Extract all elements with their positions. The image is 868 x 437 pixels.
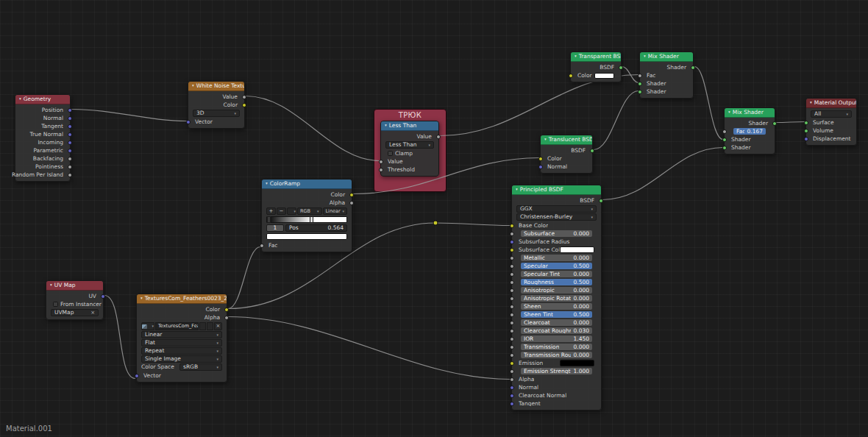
input-socket[interactable] [510, 394, 514, 398]
color-swatch[interactable] [560, 360, 594, 366]
output-socket[interactable] [68, 124, 72, 129]
input-socket[interactable] [260, 244, 264, 248]
input-socket[interactable] [379, 160, 383, 164]
input-widget[interactable]: Alpha [516, 376, 597, 383]
input-widget[interactable]: Roughness 0.500 [521, 279, 592, 285]
output-socket[interactable] [68, 141, 72, 145]
input-widget[interactable]: Transmission Roughness 0.000 [521, 352, 592, 358]
uvmap-dropdown[interactable]: UVMap × [51, 309, 99, 316]
interpolation-dropdown[interactable]: Linear ▾ [141, 331, 222, 338]
distribution-dropdown[interactable]: GGX ▾ [516, 205, 597, 213]
input-widget[interactable]: Specular 0.500 [521, 263, 592, 269]
input-socket[interactable] [379, 168, 383, 172]
input-widget[interactable]: IOR 1.450 [521, 335, 592, 342]
input-widget[interactable]: Specular Tint 0.000 [521, 271, 592, 277]
stop-position-slider[interactable]: Pos 0.564 [285, 224, 347, 232]
output-socket[interactable] [436, 135, 441, 139]
input-socket[interactable] [510, 402, 514, 406]
input-socket[interactable] [135, 374, 139, 378]
clear-uvmap-button[interactable]: × [90, 310, 95, 316]
node-header[interactable]: ▾ Transparent BSDF [571, 52, 621, 62]
color-swatch[interactable] [594, 73, 614, 79]
input-socket[interactable] [510, 329, 514, 333]
dimensions-dropdown[interactable]: 3D ▾ [193, 110, 240, 117]
input-socket[interactable] [510, 361, 514, 366]
input-socket[interactable] [510, 386, 514, 390]
browse-image-button[interactable]: ▾ [141, 322, 154, 330]
collapse-icon[interactable]: ▾ [728, 110, 730, 115]
stop-color-swatch[interactable] [266, 233, 347, 240]
output-socket[interactable] [224, 308, 229, 312]
input-socket[interactable] [569, 74, 573, 78]
image-name-field[interactable]: TexturesCom_Fea... [155, 322, 199, 330]
ramp-stop-marker-active[interactable] [310, 216, 313, 223]
node-principled-bsdf[interactable]: ▾ Principled BSDF BSDF GGX ▾ Christensen… [511, 185, 602, 411]
node-header[interactable]: ▾ Mix Shader [640, 52, 693, 62]
input-socket[interactable] [510, 353, 514, 358]
fac-slider[interactable]: Fac 0.167 [733, 128, 766, 135]
output-socket[interactable] [619, 65, 623, 70]
target-dropdown[interactable]: All ▾ [811, 110, 852, 118]
output-socket[interactable] [68, 157, 72, 161]
input-socket[interactable] [510, 256, 514, 260]
collapse-icon[interactable]: ▾ [19, 97, 21, 102]
input-widget[interactable]: Clearcoat 0.000 [521, 319, 592, 326]
output-socket[interactable] [599, 199, 603, 203]
node-uv-map[interactable]: ▾ UV Map UV From Instancer UVMap × [46, 280, 104, 320]
input-widget[interactable]: Transmission 0.000 [521, 344, 592, 350]
node-header[interactable]: ▾ White Noise Texture [188, 82, 244, 91]
operation-dropdown[interactable]: Less Than ▾ [385, 141, 434, 149]
stop-index-field[interactable]: 1 [266, 224, 284, 232]
collapse-icon[interactable]: ▾ [574, 54, 577, 59]
node-material-output[interactable]: ▾ Material Output All ▾ Surface Volume D… [805, 98, 857, 146]
output-socket[interactable] [349, 193, 354, 197]
node-math-less-than[interactable]: ▾ Less Than Value Less Than ▾ Clamp Valu… [380, 121, 439, 177]
input-socket[interactable] [510, 305, 514, 309]
pack-image-button[interactable] [207, 322, 213, 330]
subsurface-method-dropdown[interactable]: Christensen-Burley ▾ [516, 213, 597, 221]
output-socket[interactable] [68, 173, 72, 177]
node-header[interactable]: ▾ ColorRamp [262, 180, 352, 189]
input-socket[interactable] [510, 272, 514, 277]
input-socket[interactable] [722, 146, 727, 150]
input-socket[interactable] [510, 377, 514, 382]
remove-stop-button[interactable]: − [277, 207, 286, 215]
input-socket[interactable] [510, 224, 514, 228]
node-header[interactable]: ▾ Material Output [806, 99, 856, 108]
collapse-icon[interactable]: ▾ [266, 182, 268, 186]
collapse-icon[interactable]: ▾ [50, 283, 52, 288]
input-widget[interactable]: Base Color [516, 222, 597, 229]
input-widget[interactable]: Subsurface 0.000 [521, 230, 592, 237]
clamp-checkbox[interactable] [388, 151, 393, 156]
input-widget[interactable]: Subsurface Color [516, 246, 597, 253]
fake-user-button[interactable] [199, 322, 206, 330]
input-socket[interactable] [538, 157, 543, 161]
collapse-icon[interactable]: ▾ [810, 101, 812, 105]
color-mode-dropdown[interactable]: RGB ▾ [297, 207, 322, 215]
output-socket[interactable] [68, 116, 72, 121]
input-widget[interactable]: Tangent [516, 400, 597, 407]
node-colorramp[interactable]: ▾ ColorRamp Color Alpha + − ▾ RGB ▾ Line… [261, 179, 352, 252]
input-widget[interactable]: Normal [516, 384, 597, 391]
input-socket[interactable] [510, 345, 514, 349]
input-socket[interactable] [510, 264, 514, 269]
node-header[interactable]: ▾ TexturesCom_Feathers0023_2_M.jpg [137, 294, 227, 304]
input-socket[interactable] [638, 82, 642, 86]
input-widget[interactable]: Emission [516, 360, 597, 366]
node-image-texture[interactable]: ▾ TexturesCom_Feathers0023_2_M.jpg Color… [136, 294, 227, 383]
output-socket[interactable] [349, 201, 354, 205]
output-socket[interactable] [68, 149, 72, 153]
from-instancer-checkbox[interactable] [53, 302, 58, 307]
node-header[interactable]: ▾ Principled BSDF [512, 185, 601, 195]
ramp-stop-marker[interactable] [267, 216, 271, 223]
node-mix-shader-right[interactable]: ▾ Mix Shader Shader Fac 0.167 Shader Sha… [724, 107, 775, 154]
unlink-image-button[interactable]: × [214, 322, 222, 330]
input-socket[interactable] [804, 121, 808, 125]
color-space-dropdown[interactable]: sRGB ▾ [179, 363, 222, 371]
input-socket[interactable] [510, 296, 514, 301]
input-widget[interactable]: Emission Strength 1.000 [521, 368, 592, 374]
node-transparent-bsdf[interactable]: ▾ Transparent BSDF BSDF Color [570, 51, 622, 82]
node-mix-shader-top[interactable]: ▾ Mix Shader Shader Fac Shader Shader [639, 51, 694, 99]
interpolation-dropdown[interactable]: Linear ▾ [323, 207, 348, 215]
input-widget[interactable]: Subsurface Radius [516, 238, 597, 245]
